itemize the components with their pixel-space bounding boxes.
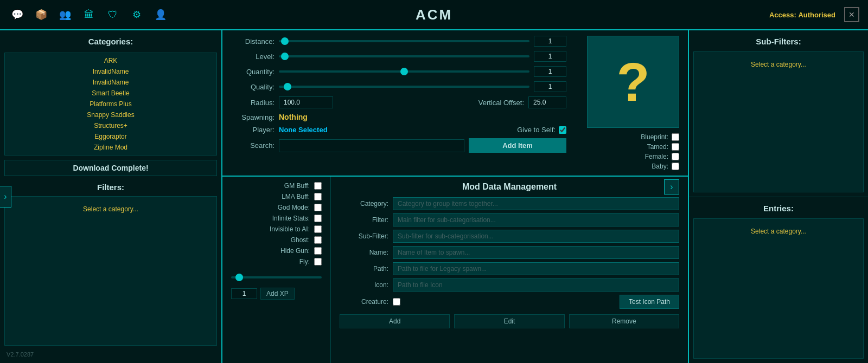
xp-slider-row [231, 272, 322, 280]
invisible-to-ai-checkbox[interactable] [314, 225, 322, 233]
test-icon-button[interactable]: Test Icon Path [620, 295, 679, 309]
lma-buff-checkbox[interactable] [314, 193, 322, 200]
hide-gun-checkbox[interactable] [314, 247, 322, 255]
mod-action-buttons: Add Edit Remove [340, 314, 679, 328]
mod-sub-filter-input[interactable] [393, 230, 679, 243]
player-value: None Selected [279, 126, 328, 134]
users-icon[interactable]: 👥 [56, 6, 74, 23]
tamed-checkbox[interactable] [672, 143, 679, 151]
category-item-invalidname-2[interactable]: InvalidName [5, 77, 216, 88]
quantity-value[interactable] [534, 66, 566, 77]
radius-label: Radius: [231, 99, 275, 107]
infinite-stats-row: Infinite Stats: [231, 215, 322, 222]
hide-gun-row: Hide Gun: [231, 247, 322, 255]
baby-checkbox[interactable] [672, 163, 679, 170]
baby-row: Baby: [630, 163, 679, 170]
distance-slider[interactable] [279, 40, 529, 42]
mod-category-input[interactable] [393, 197, 679, 210]
building-icon[interactable]: 🏛 [80, 6, 98, 23]
gm-buff-checkbox[interactable] [314, 182, 322, 190]
give-to-self-checkbox[interactable] [559, 126, 566, 134]
distance-value[interactable] [534, 36, 566, 47]
god-mode-label: God Mode: [231, 204, 310, 211]
fly-label: Fly: [231, 258, 310, 265]
add-xp-button[interactable]: Add XP [260, 288, 295, 300]
quantity-slider[interactable] [279, 70, 529, 73]
mod-name-input[interactable] [393, 246, 679, 259]
shield-icon[interactable]: 🛡 [104, 6, 122, 23]
add-item-button[interactable]: Add Item [469, 138, 566, 153]
category-item-smart-beetle[interactable]: Smart Beetle [5, 88, 216, 99]
fly-row: Fly: [231, 258, 322, 265]
invisible-to-ai-row: Invisible to AI: [231, 225, 322, 233]
blueprint-row: Blueprint: [630, 133, 679, 141]
spawning-value: Nothing [279, 113, 308, 121]
mod-edit-button[interactable]: Edit [454, 314, 564, 328]
collapse-button[interactable]: › [0, 186, 11, 208]
mod-remove-button[interactable]: Remove [569, 314, 679, 328]
spawning-label: Spawning: [231, 113, 275, 121]
category-item-ark[interactable]: ARK [5, 55, 216, 66]
settings-icon[interactable]: ⚙ [128, 6, 145, 23]
mod-path-row: Path: [340, 262, 679, 275]
search-input[interactable] [279, 139, 464, 152]
fly-checkbox[interactable] [314, 258, 322, 265]
category-item-platforms-plus[interactable]: Platforms Plus [5, 99, 216, 109]
sub-filters-placeholder: Select a category... [751, 61, 806, 68]
ghost-label: Ghost: [231, 236, 310, 244]
controls-area: Distance: Level: Quantity: [222, 30, 688, 176]
ghost-checkbox[interactable] [314, 236, 322, 244]
lma-buff-label: LMA Buff: [231, 193, 310, 200]
god-mode-checkbox[interactable] [314, 204, 322, 211]
mod-filter-input[interactable] [393, 213, 679, 226]
sub-filters-box: Select a category... [693, 51, 864, 192]
infinite-stats-label: Infinite Stats: [231, 215, 310, 222]
lma-buff-row: LMA Buff: [231, 193, 322, 200]
infinite-stats-checkbox[interactable] [314, 215, 322, 222]
xp-value-input[interactable] [231, 288, 257, 299]
xp-slider[interactable] [231, 276, 322, 278]
person-icon[interactable]: 👤 [152, 6, 169, 23]
cube-icon[interactable]: 📦 [33, 6, 50, 23]
search-row: Search: Add Item [231, 138, 566, 153]
level-value[interactable] [534, 51, 566, 62]
category-item-snappy-saddles[interactable]: Snappy Saddles [5, 109, 216, 120]
mod-data-panel: Mod Data Management › Category: Filter: … [331, 177, 688, 363]
quality-slider[interactable] [279, 86, 529, 88]
vertical-offset-input[interactable] [528, 96, 566, 108]
quality-label: Quality: [231, 83, 275, 91]
female-checkbox[interactable] [672, 153, 679, 160]
center-panel: Distance: Level: Quantity: [222, 30, 689, 363]
mod-path-input[interactable] [393, 262, 679, 275]
category-item-invalidname-1[interactable]: InvalidName [5, 66, 216, 77]
mod-name-label: Name: [340, 249, 388, 256]
chat-icon[interactable]: 💬 [9, 6, 26, 23]
female-row: Female: [630, 153, 679, 160]
hide-gun-label: Hide Gun: [231, 247, 310, 255]
radius-row: Radius: Vertical Offset: [231, 96, 566, 108]
search-label: Search: [231, 141, 275, 150]
app-title: ACM [416, 7, 452, 23]
controls-right: ? Blueprint: Tamed: Female: [571, 36, 679, 170]
mod-data-expand-button[interactable]: › [664, 179, 679, 195]
category-item-eggoraptor[interactable]: Eggoraptor [5, 131, 216, 142]
tamed-label: Tamed: [630, 143, 668, 151]
sub-filters-title: Sub-Filters: [693, 35, 864, 48]
level-slider[interactable] [279, 55, 529, 57]
spawning-row: Spawning: Nothing [231, 113, 566, 121]
quality-value[interactable] [534, 81, 566, 92]
player-row: Player: None Selected Give to Self: [231, 126, 566, 134]
radius-input[interactable] [279, 96, 333, 108]
filters-box: Select a category... [4, 196, 217, 346]
mod-add-button[interactable]: Add [340, 314, 450, 328]
vertical-offset-label: Vertical Offset: [459, 99, 524, 107]
blueprint-checkbox[interactable] [672, 133, 679, 141]
category-item-zipline-mod[interactable]: Zipline Mod [5, 142, 216, 153]
gm-buff-label: GM Buff: [231, 182, 310, 190]
mod-creature-checkbox[interactable] [393, 298, 400, 306]
mod-icon-input[interactable] [393, 278, 679, 291]
close-button[interactable]: ✕ [844, 7, 859, 22]
entries-box: Select a category... [693, 218, 864, 359]
category-item-structures[interactable]: Structures+ [5, 120, 216, 131]
filters-title: Filters: [4, 180, 217, 194]
